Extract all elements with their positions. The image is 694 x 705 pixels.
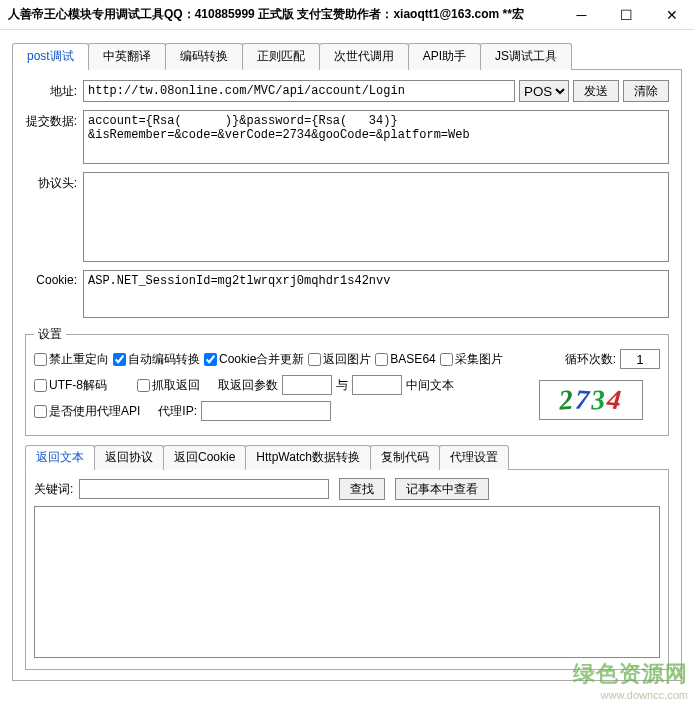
- base64-check[interactable]: BASE64: [375, 352, 435, 366]
- utf8-check[interactable]: UTF-8解码: [34, 377, 107, 394]
- grab-check[interactable]: 抓取返回: [137, 377, 200, 394]
- retparam2-input[interactable]: [352, 375, 402, 395]
- header-textarea[interactable]: [83, 172, 669, 262]
- retimage-check[interactable]: 返回图片: [308, 351, 371, 368]
- submit-label: 提交数据:: [25, 110, 83, 130]
- loop-input[interactable]: [620, 349, 660, 369]
- sub-tabs: 返回文本 返回协议 返回Cookie HttpWatch数据转换 复制代码 代理…: [25, 444, 669, 470]
- url-input[interactable]: [83, 80, 515, 102]
- retparam-label: 取返回参数: [218, 377, 278, 394]
- settings-legend: 设置: [34, 326, 66, 343]
- useproxy-check[interactable]: 是否使用代理API: [34, 403, 140, 420]
- noredirect-check[interactable]: 禁止重定向: [34, 351, 109, 368]
- keyword-label: 关键词:: [34, 481, 73, 498]
- titlebar: 人善帝王心模块专用调试工具QQ：410885999 正式版 支付宝赞助作者：xi…: [0, 0, 694, 30]
- method-select[interactable]: POST: [519, 80, 569, 102]
- main-tabs: post调试 中英翻译 编码转换 正则匹配 次世代调用 API助手 JS调试工具: [12, 42, 682, 70]
- collectimage-check[interactable]: 采集图片: [440, 351, 503, 368]
- main-panel: 地址: POST 发送 清除 提交数据: account={Rsa( )}&pa…: [12, 70, 682, 681]
- subtab-httpwatch[interactable]: HttpWatch数据转换: [245, 445, 371, 470]
- keyword-input[interactable]: [79, 479, 329, 499]
- maximize-button[interactable]: ☐: [604, 0, 649, 30]
- notepad-button[interactable]: 记事本中查看: [395, 478, 489, 500]
- sub-panel: 关键词: 查找 记事本中查看: [25, 470, 669, 670]
- subtab-response-text[interactable]: 返回文本: [25, 445, 95, 470]
- retparam1-input[interactable]: [282, 375, 332, 395]
- clear-button[interactable]: 清除: [623, 80, 669, 102]
- tab-nextgen[interactable]: 次世代调用: [319, 43, 409, 70]
- response-textarea[interactable]: [34, 506, 660, 658]
- find-button[interactable]: 查找: [339, 478, 385, 500]
- tab-translate[interactable]: 中英翻译: [88, 43, 166, 70]
- send-button[interactable]: 发送: [573, 80, 619, 102]
- window-title: 人善帝王心模块专用调试工具QQ：410885999 正式版 支付宝赞助作者：xi…: [8, 6, 524, 23]
- cookiemerge-check[interactable]: Cookie合并更新: [204, 351, 304, 368]
- cookie-label: Cookie:: [25, 270, 83, 287]
- tab-api[interactable]: API助手: [408, 43, 481, 70]
- tab-post-debug[interactable]: post调试: [12, 43, 89, 70]
- subtab-copy-code[interactable]: 复制代码: [370, 445, 440, 470]
- tab-js[interactable]: JS调试工具: [480, 43, 572, 70]
- cookie-textarea[interactable]: ASP.NET_SessionId=mg2tlwrqxrj0mqhdr1s42n…: [83, 270, 669, 318]
- submit-data-textarea[interactable]: account={Rsa( )}&password={Rsa( 34)} &is…: [83, 110, 669, 164]
- subtab-response-proto[interactable]: 返回协议: [94, 445, 164, 470]
- and-label: 与: [336, 377, 348, 394]
- tab-encode[interactable]: 编码转换: [165, 43, 243, 70]
- header-label: 协议头:: [25, 172, 83, 192]
- autoencode-check[interactable]: 自动编码转换: [113, 351, 200, 368]
- subtab-proxy-settings[interactable]: 代理设置: [439, 445, 509, 470]
- tab-regex[interactable]: 正则匹配: [242, 43, 320, 70]
- url-label: 地址:: [25, 80, 83, 100]
- captcha-image: 2734: [539, 380, 643, 420]
- subtab-response-cookie[interactable]: 返回Cookie: [163, 445, 246, 470]
- proxyip-label: 代理IP:: [158, 403, 197, 420]
- window-controls: ─ ☐ ✕: [559, 0, 694, 30]
- minimize-button[interactable]: ─: [559, 0, 604, 30]
- proxyip-input[interactable]: [201, 401, 331, 421]
- loop-label: 循环次数:: [565, 351, 616, 368]
- midtext-label: 中间文本: [406, 377, 454, 394]
- close-button[interactable]: ✕: [649, 0, 694, 30]
